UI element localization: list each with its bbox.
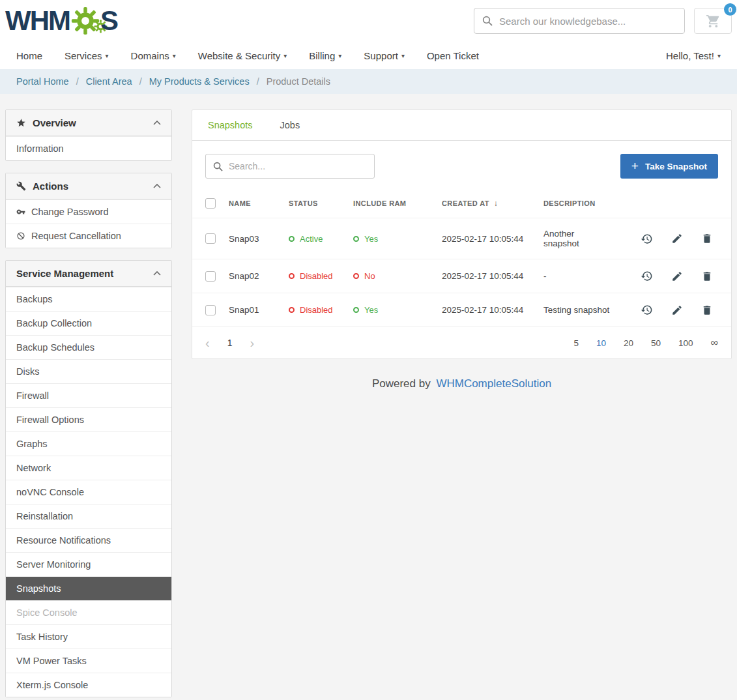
- sidebar-item-reinstallation[interactable]: Reinstallation: [6, 504, 171, 528]
- take-snapshot-button[interactable]: Take Snapshot: [620, 154, 718, 179]
- page-size-50[interactable]: 50: [651, 338, 661, 348]
- delete-snapshot-icon[interactable]: [701, 270, 713, 282]
- sidebar-item-change-password[interactable]: Change Password: [6, 199, 171, 224]
- next-page-icon[interactable]: [250, 336, 254, 349]
- breadcrumb-portal-home[interactable]: Portal Home: [16, 76, 69, 87]
- ban-icon: [16, 231, 25, 241]
- powered-by-text: Powered by: [372, 377, 431, 390]
- nav-item-open-ticket[interactable]: Open Ticket: [416, 50, 490, 61]
- row-checkbox[interactable]: [205, 271, 216, 282]
- column-header-description[interactable]: DESCRIPTION: [537, 192, 618, 218]
- nav-item-services[interactable]: Services: [53, 50, 120, 61]
- actions-panel-header[interactable]: Actions: [6, 173, 171, 199]
- include-ram-text: Yes: [364, 305, 378, 315]
- page-size-options: 5 10 20 50 100 ∞: [573, 337, 718, 349]
- sidebar-item-backup-collection[interactable]: Backup Collection: [6, 311, 171, 335]
- whmcs-logo[interactable]: WHM: [5, 7, 117, 35]
- snapshots-panel: Snapshots Jobs Take Snapshot: [192, 109, 732, 359]
- breadcrumb-my-products[interactable]: My Products & Services: [149, 76, 250, 87]
- delete-snapshot-icon[interactable]: [701, 304, 713, 316]
- service-management-header[interactable]: Service Management: [6, 261, 171, 287]
- column-header-created-at[interactable]: CREATED AT: [435, 192, 537, 218]
- edit-snapshot-icon[interactable]: [671, 270, 683, 282]
- cart-icon: [706, 14, 721, 29]
- snapshot-description: Another snapshot: [537, 218, 618, 259]
- sidebar-item-graphs[interactable]: Graphs: [6, 431, 171, 456]
- tab-snapshots[interactable]: Snapshots: [194, 110, 267, 140]
- user-menu[interactable]: Hello, Test!: [655, 50, 732, 61]
- edit-snapshot-icon[interactable]: [671, 304, 683, 316]
- sidebar-item-network[interactable]: Network: [6, 456, 171, 480]
- logo-text-s: S: [100, 7, 117, 35]
- column-header-name[interactable]: NAME: [222, 192, 282, 218]
- nav-item-domains[interactable]: Domains: [120, 50, 187, 61]
- sidebar-item-xtermjs-console[interactable]: Xterm.js Console: [6, 673, 171, 697]
- sidebar-item-label: noVNC Console: [16, 487, 84, 497]
- nav-item-home[interactable]: Home: [5, 50, 53, 61]
- breadcrumb-client-area[interactable]: Client Area: [86, 76, 132, 87]
- sidebar-item-backup-schedules[interactable]: Backup Schedules: [6, 335, 171, 359]
- status-value: Disabled: [289, 305, 333, 315]
- tab-jobs[interactable]: Jobs: [267, 110, 314, 140]
- nav-item-support[interactable]: Support: [353, 50, 416, 61]
- knowledgebase-search-input[interactable]: [499, 16, 676, 27]
- sidebar-item-request-cancellation[interactable]: Request Cancellation: [6, 224, 171, 248]
- table-toolbar: Take Snapshot: [192, 141, 731, 192]
- page-size-100[interactable]: 100: [678, 338, 693, 348]
- sidebar-item-label: Disks: [16, 366, 39, 377]
- whmcompletesolution-link[interactable]: WHMCompleteSolution: [436, 377, 551, 390]
- prev-page-icon[interactable]: [205, 336, 210, 349]
- breadcrumb-current: Product Details: [267, 76, 330, 87]
- snapshot-name: Snap01: [222, 293, 282, 327]
- status-ring-icon: [353, 236, 359, 242]
- overview-panel-header[interactable]: Overview: [6, 110, 171, 136]
- row-checkbox[interactable]: [205, 233, 216, 244]
- table-search: [205, 154, 375, 179]
- restore-snapshot-icon[interactable]: [641, 233, 653, 245]
- nav-list: Home Services Domains Website & Security…: [5, 50, 490, 61]
- nav-item-billing[interactable]: Billing: [298, 50, 353, 61]
- breadcrumb: Portal Home / Client Area / My Products …: [0, 69, 737, 94]
- sidebar-item-spice-console[interactable]: Spice Console: [6, 600, 171, 624]
- restore-snapshot-icon[interactable]: [641, 270, 653, 282]
- sidebar-item-backups[interactable]: Backups: [6, 287, 171, 311]
- select-all-checkbox[interactable]: [205, 198, 216, 209]
- restore-snapshot-icon[interactable]: [641, 304, 653, 316]
- search-icon: [213, 162, 223, 171]
- sidebar-item-label: Task History: [16, 632, 68, 642]
- column-header-actions: [618, 192, 731, 218]
- sidebar-item-firewall-options[interactable]: Firewall Options: [6, 407, 171, 431]
- cart-button[interactable]: 0: [694, 8, 732, 34]
- include-ram-value: Yes: [353, 305, 378, 315]
- sidebar-item-information[interactable]: Information: [6, 136, 171, 160]
- column-header-include-ram[interactable]: INCLUDE RAM: [347, 192, 435, 218]
- column-header-status[interactable]: STATUS: [282, 192, 347, 218]
- sidebar-item-resource-notifications[interactable]: Resource Notifications: [6, 528, 171, 552]
- sidebar-item-server-monitoring[interactable]: Server Monitoring: [6, 552, 171, 576]
- sidebar-item-label: Change Password: [31, 207, 109, 217]
- sidebar-item-task-history[interactable]: Task History: [6, 624, 171, 649]
- sidebar-item-novnc-console[interactable]: noVNC Console: [6, 480, 171, 504]
- overview-panel: Overview Information: [5, 109, 172, 161]
- sidebar-item-snapshots[interactable]: Snapshots: [6, 576, 171, 600]
- sidebar-item-vm-power-tasks[interactable]: VM Power Tasks: [6, 649, 171, 673]
- page-size-all-icon[interactable]: ∞: [711, 337, 718, 349]
- edit-snapshot-icon[interactable]: [671, 233, 683, 244]
- sidebar-item-disks[interactable]: Disks: [6, 359, 171, 383]
- sidebar-item-label: Xterm.js Console: [16, 680, 88, 690]
- row-checkbox[interactable]: [205, 305, 216, 315]
- tab-bar: Snapshots Jobs: [192, 110, 731, 141]
- status-ring-icon: [289, 273, 295, 279]
- created-at: 2025-02-17 10:05:44: [435, 218, 537, 259]
- table-search-input[interactable]: [229, 161, 367, 171]
- page-size-5[interactable]: 5: [573, 338, 579, 348]
- service-management-title: Service Management: [16, 268, 113, 279]
- breadcrumb-separator: /: [139, 76, 142, 87]
- nav-item-website-security[interactable]: Website & Security: [187, 50, 298, 61]
- sidebar-item-firewall[interactable]: Firewall: [6, 383, 171, 407]
- delete-snapshot-icon[interactable]: [701, 233, 713, 244]
- page-size-10[interactable]: 10: [596, 338, 606, 348]
- page-number[interactable]: 1: [227, 338, 233, 348]
- sidebar-item-label: Backup Schedules: [16, 342, 94, 353]
- page-size-20[interactable]: 20: [624, 338, 633, 348]
